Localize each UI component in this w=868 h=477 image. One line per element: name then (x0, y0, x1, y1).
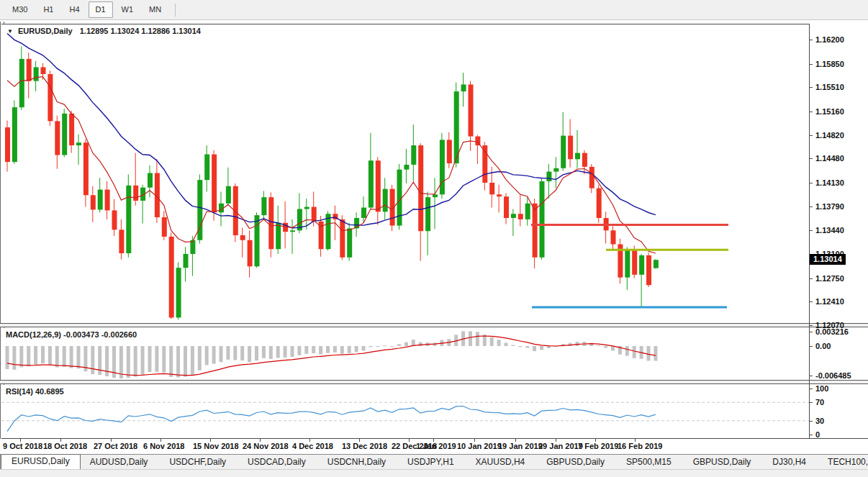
price-tick (809, 135, 813, 136)
candle-body (76, 142, 81, 145)
date-axis[interactable]: 9 Oct 201818 Oct 201827 Oct 20186 Nov 20… (0, 439, 868, 454)
price-label: 1.14820 (815, 131, 844, 140)
date-tick-label: 4 Dec 2018 (292, 442, 333, 450)
candle-body (290, 230, 295, 232)
macd-histogram-bar (91, 346, 94, 374)
date-tick-label: 27 Oct 2018 (94, 442, 137, 450)
panel-separator[interactable] (0, 323, 868, 327)
timeframe-button-h1[interactable]: H1 (36, 1, 60, 18)
macd-histogram-bar (647, 346, 651, 360)
macd-histogram-bar (284, 346, 287, 358)
timeframe-button-mn[interactable]: MN (142, 1, 168, 18)
chart-tab-dj30-h4[interactable]: DJ30,H4 (763, 455, 815, 469)
timeframe-button-d1[interactable]: D1 (89, 1, 113, 18)
macd-histogram-bar (362, 346, 366, 350)
candle-body (268, 197, 273, 249)
macd-histogram-bar (625, 346, 629, 356)
candle-body (98, 190, 103, 210)
chart-tab-usdcad-daily[interactable]: USDCAD,Daily (238, 455, 315, 469)
chart-tab-gbpusd-daily[interactable]: GBPUSD,Daily (537, 455, 614, 469)
date-tick-label: 24 Nov 2018 (243, 442, 289, 450)
candle-body (340, 219, 345, 258)
macd-tick (809, 346, 813, 347)
date-tick-label: 10 Jan 2019 (457, 442, 502, 450)
macd-histogram-bar (48, 346, 52, 365)
macd-histogram-bar (419, 342, 422, 346)
macd-histogram-bar (518, 346, 522, 347)
candle-body (411, 145, 416, 165)
date-tick-label: 18 Oct 2018 (43, 442, 87, 450)
candle-body (461, 84, 466, 91)
candle-body (5, 127, 10, 162)
chart-tab-audusd-daily[interactable]: AUDUSD,Daily (81, 455, 158, 469)
macd-histogram-bar (604, 346, 607, 348)
symbol-dropdown-icon[interactable]: ▼ (7, 28, 13, 35)
candle-body (226, 186, 231, 204)
price-tick (809, 206, 813, 207)
candle-body (425, 197, 430, 231)
macd-histogram-bar (226, 346, 230, 360)
macd-histogram-bar (233, 346, 237, 360)
candle-body (240, 235, 245, 240)
date-tick-label: 13 Dec 2018 (342, 442, 387, 450)
macd-histogram-bar (70, 346, 73, 368)
price-axis[interactable]: 1.162001.158501.155101.151601.148201.144… (809, 0, 868, 477)
current-price-badge: 1.13014 (810, 254, 846, 265)
macd-histogram-bar (340, 346, 344, 354)
candle-body (646, 255, 651, 285)
chart-tab-sp500-m15[interactable]: SP500,M15 (617, 455, 681, 469)
price-label: 1.15160 (815, 107, 844, 116)
price-label: 1.15510 (815, 83, 844, 91)
candle-body (112, 210, 117, 230)
price-label: 1.15850 (815, 60, 844, 68)
macd-histogram-bar (333, 346, 337, 353)
macd-histogram-bar (19, 346, 23, 367)
chart-tab-usdcnh-daily[interactable]: USDCNH,Daily (318, 455, 395, 469)
candle-body (119, 230, 124, 253)
chart-tab-eurusd-daily[interactable]: EURUSD,Daily (1, 454, 81, 469)
date-tick-label: 15 Nov 2018 (193, 442, 239, 450)
price-tick (809, 183, 813, 183)
macd-tick (809, 376, 813, 376)
macd-histogram-bar (505, 342, 508, 346)
macd-histogram-bar (611, 346, 615, 350)
macd-histogram-bar (169, 346, 173, 377)
chart-tab-gbpusd-daily[interactable]: GBPUSD,Daily (684, 455, 761, 469)
price-tick (809, 40, 813, 40)
candle-body (62, 114, 67, 155)
candle-body (533, 204, 538, 258)
chart-tabbar: EURUSD,DailyAUDUSD,DailyUSDCHF,DailyUSDC… (0, 454, 868, 469)
candle-body (433, 194, 438, 197)
chart-tab-tech100-h1[interactable]: TECH100,H1 (818, 455, 868, 469)
chart-tab-usdjpy-h1[interactable]: USDJPY,H1 (398, 455, 463, 469)
macd-histogram-bar (141, 346, 145, 375)
macd-histogram-bar (198, 346, 202, 371)
candle-body (632, 249, 637, 275)
macd-histogram-bar (27, 346, 30, 366)
candle-body (518, 214, 523, 219)
timeframe-button-m30[interactable]: M30 (5, 1, 35, 18)
panel-separator[interactable] (0, 380, 868, 384)
price-tick (809, 230, 813, 231)
candle-body (397, 170, 402, 226)
candle-body (204, 155, 209, 181)
macd-histogram-bar (255, 346, 258, 360)
macd-histogram-bar (540, 346, 543, 350)
rsi-canvas[interactable] (1, 385, 809, 438)
candle-body (525, 204, 530, 219)
macd-histogram-bar (404, 342, 408, 346)
macd-histogram-bar (212, 346, 216, 364)
timeframe-button-h4[interactable]: H4 (62, 1, 86, 18)
chart-tab-xauusd-h4[interactable]: XAUUSD,H4 (466, 455, 535, 469)
candle-body (497, 194, 502, 196)
timeframe-button-w1[interactable]: W1 (114, 1, 141, 18)
candle-body (575, 153, 580, 160)
macd-histogram-bar (511, 345, 515, 346)
macd-histogram-bar (240, 346, 244, 360)
macd-histogram-bar (597, 345, 600, 346)
macd-histogram-bar (55, 346, 59, 368)
price-chart-canvas[interactable] (1, 24, 809, 323)
chart-tab-usdchf-daily[interactable]: USDCHF,Daily (160, 455, 235, 469)
macd-histogram-bar (248, 346, 251, 362)
macd-histogram-bar (63, 346, 66, 367)
